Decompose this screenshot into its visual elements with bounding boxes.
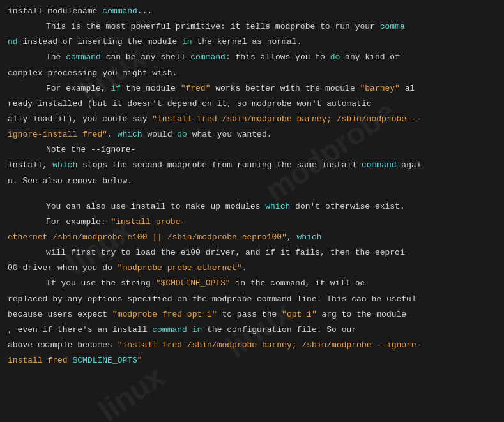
- text-p3j: what you wanted.: [187, 130, 272, 139]
- text-p5f: 00 driver when you do: [8, 263, 118, 273]
- text-p2e: complex processing you might wish.: [8, 68, 177, 78]
- text-p4b: install,: [8, 160, 52, 170]
- text-command-4: command: [190, 52, 225, 62]
- text-p2a: The: [46, 52, 66, 62]
- para-5c: ethernet /sbin/modprobe e100 || /sbin/mo…: [8, 231, 496, 244]
- text-p3i: would: [142, 130, 178, 139]
- para-5e: 00 driver when you do "modprobe probe-et…: [8, 262, 496, 275]
- text-install-cmd: "install fred /sbin/modprobe barney; /sb…: [152, 114, 421, 124]
- text-p3b: the module: [121, 84, 181, 93]
- text-cmdline-var: $CMDLINE_OPTS: [72, 356, 137, 365]
- text-command-6: command: [152, 325, 187, 335]
- text-p2c: : this allows you to: [225, 52, 330, 62]
- para-4: Note the --ignore-: [8, 144, 496, 156]
- para-6e: above example becomes "install fred /sbi…: [8, 339, 496, 352]
- text-ignore-install: ignore-install fred": [8, 130, 107, 139]
- text-p6d: because users expect: [8, 310, 112, 319]
- text-p5b: don't otherwise exist.: [290, 202, 404, 211]
- text-which-2: which: [52, 160, 77, 170]
- text-p3a: For example,: [46, 84, 111, 93]
- text-p1a: This is the most powerful primitive: it …: [46, 22, 380, 31]
- text-p6c: replaced by any options specified on the…: [8, 294, 416, 304]
- text-p1c: instead of inserting the module: [18, 37, 182, 47]
- text-do-1: do: [330, 52, 340, 62]
- text-do-2: do: [177, 130, 187, 139]
- text-p5e: will first try to load the e100 driver, …: [46, 248, 405, 257]
- text-install-fred-end: install fred: [8, 356, 72, 365]
- text-barney-1: "barney": [360, 84, 400, 93]
- text-command-1: command: [102, 6, 137, 16]
- para-6d: , even if there's an install command in …: [8, 324, 496, 336]
- text-fred-1: "fred": [181, 84, 211, 93]
- text-p4d: agai: [397, 160, 422, 170]
- text-p1d: the kernel as normal.: [192, 37, 302, 47]
- text-p5d: ,: [287, 232, 297, 242]
- text-p3g: ally load it), you could say: [8, 114, 152, 124]
- spacer-1: [8, 190, 496, 200]
- text-install-probe: "install probe-: [111, 217, 185, 227]
- text-in-3: in: [192, 325, 202, 335]
- text-which-4: which: [296, 232, 321, 242]
- para-2: The command can be any shell command: th…: [8, 51, 496, 64]
- text-p3f: ic: [362, 99, 372, 109]
- text-opt1: "opt=1": [282, 310, 317, 319]
- para-3b: ready installed (but it doesn't depend o…: [8, 98, 496, 110]
- para-3: For example, if the module "fred" works …: [8, 82, 496, 95]
- text-p3h: ,: [107, 130, 118, 139]
- text-ethernet-cmd: ethernet /sbin/modprobe e100 || /sbin/mo…: [8, 232, 287, 242]
- text-install: install modulename: [8, 6, 102, 16]
- text-modprobe-fred: "modprobe fred opt=1": [112, 310, 217, 319]
- para-2b: complex processing you might wish.: [8, 67, 496, 80]
- text-p6h: the configuration file. So our: [202, 325, 356, 335]
- para-5d: will first try to load the e100 driver, …: [8, 246, 496, 259]
- text-p4e: n. See also remove below.: [8, 176, 132, 186]
- text-p6b: in the command, it will be: [231, 278, 365, 288]
- text-ellipsis: ...: [137, 6, 152, 16]
- text-command-2: comma: [380, 22, 405, 31]
- para-4b: install, which stops the second modprobe…: [8, 159, 496, 172]
- para-3c: ally load it), you could say "install fr…: [8, 113, 496, 126]
- text-p6i: above example becomes: [8, 340, 118, 350]
- text-which-3: which: [265, 202, 290, 211]
- text-p5a: You can also use install to make up modu…: [46, 202, 265, 211]
- text-close-quote: ": [137, 356, 142, 365]
- text-p6g: , even if there's an install: [8, 325, 152, 335]
- text-modprobe-probe: "modprobe probe-ethernet": [118, 263, 242, 273]
- text-p6e: to pass the: [217, 310, 282, 319]
- text-command-3: command: [66, 52, 101, 62]
- text-p2d: any kind of: [340, 52, 400, 62]
- para-3d: ignore-install fred", which would do wha…: [8, 128, 496, 141]
- text-p4c: stops the second modprobe from running t…: [77, 160, 362, 170]
- para-1b: nd instead of inserting the module in th…: [8, 36, 496, 49]
- text-p3d: al: [400, 84, 415, 93]
- code-line-1: install modulename command...: [8, 5, 496, 18]
- text-p4a: Note the --ignore-: [46, 145, 135, 154]
- text-cmdline: "$CMDLINE_OPTS": [156, 278, 231, 288]
- text-command-5: command: [362, 160, 397, 170]
- para-6: If you use the string "$CMDLINE_OPTS" in…: [8, 277, 496, 290]
- text-p2b: can be any shell: [101, 52, 190, 62]
- text-p3c: works better with the module: [210, 84, 360, 93]
- para-6c: because users expect "modprobe fred opt=…: [8, 308, 496, 321]
- text-nd: nd: [8, 37, 18, 47]
- text-p6a: If you use the string: [46, 278, 156, 288]
- text-in-2: [187, 325, 192, 335]
- para-6f: install fred $CMDLINE_OPTS": [8, 354, 496, 367]
- text-p5c: For example:: [46, 217, 111, 227]
- text-p5g: .: [242, 263, 247, 273]
- text-install-fred-full: "install fred /sbin/modprobe barney; /sb…: [118, 340, 422, 350]
- text-p3e: ready installed (but it doesn't depend o…: [8, 99, 362, 109]
- para-5b: For example: "install probe-: [8, 216, 496, 229]
- text-if-1: if: [111, 84, 121, 93]
- para-6b: replaced by any options specified on the…: [8, 293, 496, 306]
- para-5: You can also use install to make up modu…: [8, 200, 496, 213]
- para-1: This is the most powerful primitive: it …: [8, 20, 496, 33]
- text-in-1: in: [182, 37, 192, 47]
- main-content: linux modprobe linux linux linux install…: [8, 5, 496, 367]
- para-4c: n. See also remove below.: [8, 175, 496, 188]
- text-which-1: which: [118, 130, 142, 139]
- text-p6f: arg to the module: [317, 310, 406, 319]
